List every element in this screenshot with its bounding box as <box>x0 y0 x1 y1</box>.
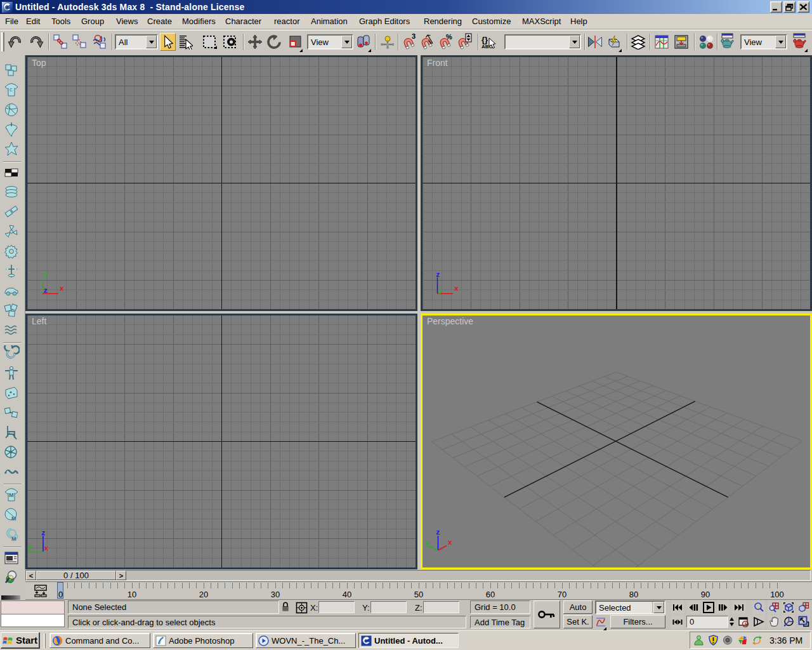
svg-text:y: y <box>438 287 443 295</box>
svg-text:z: z <box>436 271 440 279</box>
svg-text:3: 3 <box>412 33 416 40</box>
svg-text:y: y <box>44 271 48 279</box>
svg-text:y: y <box>425 540 429 547</box>
svg-text:50: 50 <box>414 590 423 599</box>
svg-text:{}: {} <box>481 35 488 44</box>
svg-text:%: % <box>446 33 452 41</box>
svg-text:100: 100 <box>770 590 784 599</box>
svg-text:30: 30 <box>271 590 280 599</box>
svg-text:40: 40 <box>343 590 351 599</box>
svg-text:M: M <box>11 515 16 522</box>
svg-text:y: y <box>28 543 32 551</box>
svg-text:20: 20 <box>199 590 208 599</box>
svg-text:z: z <box>436 529 440 536</box>
svg-text:M: M <box>11 536 16 542</box>
svg-text:x: x <box>448 539 452 547</box>
svg-text:z: z <box>41 529 46 537</box>
svg-text:x: x <box>60 285 64 293</box>
svg-text:z: z <box>44 287 48 295</box>
svg-text:c: c <box>10 86 13 93</box>
svg-text:x: x <box>454 285 459 293</box>
svg-text:70: 70 <box>558 590 566 599</box>
svg-text:90: 90 <box>701 590 710 599</box>
svg-text:80: 80 <box>629 590 638 599</box>
svg-text:60: 60 <box>486 590 495 599</box>
svg-text:10: 10 <box>128 590 136 599</box>
svg-text:x: x <box>44 545 49 552</box>
svg-text:M: M <box>9 492 14 498</box>
